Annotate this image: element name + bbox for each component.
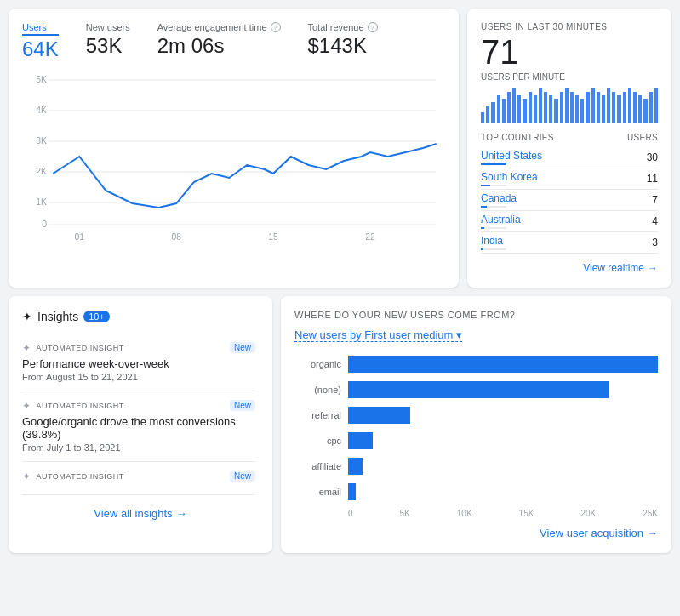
- mini-bar: [602, 95, 605, 123]
- country-name[interactable]: Australia: [481, 214, 521, 225]
- bar-label: cpc: [294, 436, 341, 446]
- bar-fill: [348, 458, 363, 475]
- mini-bar: [544, 92, 547, 123]
- sparkle-icon-small: ✦: [22, 471, 31, 482]
- sparkle-icon-small: ✦: [22, 342, 31, 354]
- info-icon-revenue: ?: [368, 22, 378, 32]
- mini-bar: [654, 88, 658, 123]
- realtime-title: USERS IN LAST 30 MINUTES: [481, 22, 658, 31]
- svg-text:0: 0: [42, 220, 47, 229]
- bar-label: (none): [294, 385, 341, 395]
- insights-badge: 10+: [83, 311, 110, 322]
- acq-dropdown[interactable]: New users by First user medium ▾: [294, 328, 462, 342]
- mini-bar: [486, 106, 489, 123]
- mini-bar: [649, 92, 653, 123]
- bar-label: email: [294, 487, 341, 497]
- mini-bar: [586, 92, 589, 123]
- insight-heading: Performance week-over-week: [22, 357, 255, 370]
- mini-bar: [612, 92, 615, 123]
- mini-bar: [534, 95, 537, 123]
- users-value: 64K: [22, 37, 59, 61]
- insights-header: ✦ Insights 10+: [22, 310, 259, 323]
- total-revenue-value: $143K: [308, 34, 378, 58]
- realtime-count: 71: [481, 35, 658, 69]
- x-axis: 05K10K15K20K25K: [294, 509, 658, 518]
- insight-date: From August 15 to 21, 2021: [22, 372, 255, 382]
- realtime-card: USERS IN LAST 30 MINUTES 71 USERS PER MI…: [467, 9, 671, 288]
- mini-bar: [481, 112, 484, 123]
- metrics-header: Users 64K New users 53K Average engageme…: [22, 22, 445, 61]
- mini-bar: [539, 88, 542, 123]
- country-bar: [481, 227, 484, 229]
- bar-label: organic: [294, 359, 341, 369]
- country-users: 30: [647, 151, 658, 163]
- mini-bar-chart: [481, 88, 658, 123]
- mini-bar: [580, 99, 584, 123]
- new-users-label: New users: [86, 22, 130, 32]
- mini-bar: [623, 92, 626, 123]
- new-badge: New: [230, 342, 255, 353]
- bar-label: referral: [294, 410, 341, 420]
- insight-date: From July 1 to 31, 2021: [22, 442, 255, 453]
- mini-bar: [575, 95, 579, 123]
- country-name[interactable]: Canada: [481, 192, 517, 204]
- x-axis-label: 20K: [580, 509, 596, 518]
- mini-bar: [617, 95, 620, 123]
- mini-bar: [607, 88, 610, 123]
- total-revenue-label: Total revenue ?: [308, 22, 378, 32]
- insight-tag: ✦ AUTOMATED INSIGHT: [22, 400, 255, 412]
- country-bar-wrapper: [481, 248, 506, 250]
- countries-list: United States 30 South Korea 11 Canada 7…: [481, 147, 658, 254]
- mini-bar: [560, 92, 563, 123]
- acq-bar-row: organic: [294, 356, 658, 373]
- view-all-label: View all insights: [94, 507, 172, 520]
- bottom-row: ✦ Insights 10+ ✦ AUTOMATED INSIGHT New P…: [9, 296, 671, 553]
- country-name[interactable]: South Korea: [481, 171, 538, 183]
- view-realtime-link[interactable]: View realtime →: [481, 262, 658, 274]
- country-users: 7: [652, 194, 658, 206]
- mini-bar: [643, 99, 647, 123]
- bar-track: [348, 458, 658, 475]
- view-acquisition-link[interactable]: View user acquisition →: [294, 527, 658, 539]
- arrow-right-icon-acq: →: [647, 527, 658, 539]
- arrow-right-icon-insights: →: [176, 507, 187, 520]
- country-row: Australia 4: [481, 211, 658, 232]
- realtime-subtitle: USERS PER MINUTE: [481, 72, 658, 82]
- acquisition-card: WHERE DO YOUR NEW USERS COME FROM? New u…: [281, 296, 671, 553]
- acq-dropdown-label: New users by First user medium: [294, 328, 453, 341]
- country-bar-wrapper: [481, 163, 506, 165]
- country-users: 4: [652, 215, 658, 227]
- country-users: 3: [652, 237, 658, 248]
- country-name[interactable]: India: [481, 235, 503, 247]
- insight-heading: Google/organic drove the most conversion…: [22, 415, 255, 441]
- country-row: South Korea 11: [481, 168, 658, 190]
- bar-fill: [348, 356, 658, 373]
- country-name[interactable]: United States: [481, 150, 542, 162]
- view-all-insights-link[interactable]: View all insights →: [22, 507, 259, 520]
- users-label: Users: [22, 22, 59, 36]
- bar-fill: [348, 483, 356, 500]
- x-axis-label: 5K: [400, 509, 410, 518]
- mini-bar: [591, 88, 595, 123]
- avg-engagement-metric: Average engagement time ? 2m 06s: [157, 22, 281, 61]
- x-axis-label: 15K: [519, 509, 534, 518]
- view-acq-label: View user acquisition: [540, 527, 643, 539]
- acq-bar-row: affiliate: [294, 458, 658, 475]
- chevron-down-icon: ▾: [456, 328, 462, 341]
- arrow-right-icon: →: [648, 262, 658, 274]
- bar-fill: [348, 407, 410, 424]
- view-realtime-label: View realtime: [583, 262, 644, 274]
- users-metric: Users 64K: [22, 22, 59, 61]
- svg-text:Aug: Aug: [71, 241, 87, 242]
- main-metrics-card: Users 64K New users 53K Average engageme…: [9, 9, 459, 288]
- automated-insight-label: AUTOMATED INSIGHT: [37, 402, 124, 410]
- svg-text:08: 08: [171, 232, 181, 242]
- insights-card: ✦ Insights 10+ ✦ AUTOMATED INSIGHT New P…: [9, 296, 272, 553]
- acq-bar-row: referral: [294, 407, 658, 424]
- mini-bar: [497, 95, 500, 123]
- country-bar: [481, 163, 506, 165]
- info-icon-engagement: ?: [271, 22, 281, 32]
- avg-engagement-label: Average engagement time ?: [157, 22, 281, 32]
- sparkle-icon-small: ✦: [22, 400, 31, 412]
- automated-insight-label: AUTOMATED INSIGHT: [37, 472, 124, 481]
